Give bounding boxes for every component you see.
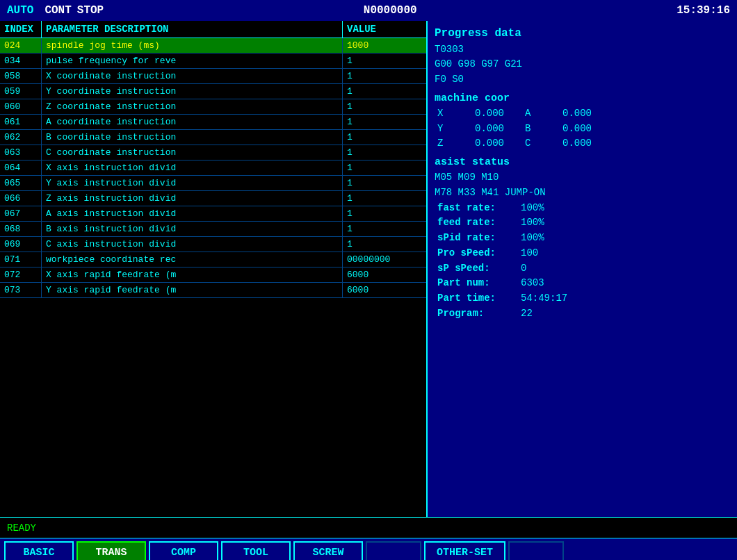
program-number: N0000000 (104, 4, 677, 17)
table-row[interactable]: 063C coordinate instruction1 (0, 145, 426, 160)
machine-coor-label: machine coor (435, 90, 730, 106)
col-value: VALUE (343, 21, 426, 38)
tab-tool[interactable]: TOOL (221, 541, 291, 561)
axis-z-label: Z (437, 136, 448, 151)
table-row[interactable]: 069C axis instruction divid1 (0, 237, 426, 252)
tab-comp[interactable]: COMP (149, 541, 218, 561)
mode-auto: AUTO (7, 4, 33, 17)
asist-row1: M05 M09 M10 (435, 170, 730, 186)
status-bar: READY (0, 517, 737, 538)
row-description: Y coordinate instruction (42, 84, 343, 99)
col-description: PARAMETER DESCRIPTION (42, 21, 343, 38)
table-row[interactable]: 024spindle jog time (ms)1000 (0, 38, 426, 53)
row-index: 062 (0, 130, 42, 145)
row-index: 060 (0, 99, 42, 114)
pro-speed-val: 100 (521, 246, 538, 261)
tab-empty-7 (508, 541, 564, 561)
progress-panel: Progress data T0303 G00 G98 G97 G21 F0 S… (428, 21, 737, 517)
tab-basic[interactable]: BASIC (4, 541, 74, 561)
table-row[interactable]: 061A coordinate instruction1 (0, 115, 426, 130)
row-index: 034 (0, 53, 42, 68)
axis-x-val: 0.000 (455, 106, 504, 122)
axis-c-label: C (525, 136, 536, 151)
tab-empty-5 (366, 541, 421, 561)
f-s-display: F0 S0 (435, 72, 730, 88)
progress-title: Progress data (435, 25, 730, 42)
tab-trans[interactable]: TRANS (76, 541, 146, 561)
tab-screw[interactable]: SCREW (293, 541, 363, 561)
row-index: 058 (0, 69, 42, 83)
fast-rate-val: 100% (521, 201, 544, 216)
sp-speed-row: sP sPeed: 0 (435, 261, 730, 277)
row-value: 1000 (343, 38, 426, 53)
program-row: Program: 22 (435, 306, 730, 322)
axis-z-val: 0.000 (455, 136, 504, 151)
table-row[interactable]: 073Y axis rapid feedrate (m6000 (0, 283, 426, 298)
row-description: A axis instruction divid (42, 206, 343, 221)
row-description: workpiece coordinate rec (42, 252, 343, 267)
row-description: X axis rapid feedrate (m (42, 267, 343, 282)
row-index: 064 (0, 160, 42, 175)
feed-rate-val: 100% (521, 215, 544, 231)
row-value: 00000000 (343, 252, 426, 267)
table-row[interactable]: 068B axis instruction divid1 (0, 222, 426, 237)
table-row[interactable]: 059Y coordinate instruction1 (0, 84, 426, 99)
row-value: 1 (343, 206, 426, 221)
table-row[interactable]: 072X axis rapid feedrate (m6000 (0, 267, 426, 283)
part-num-row: Part num: 6303 (435, 276, 730, 291)
row-index: 066 (0, 191, 42, 206)
table-row[interactable]: 067A axis instruction divid1 (0, 206, 426, 222)
row-value: 1 (343, 84, 426, 99)
row-value: 1 (343, 191, 426, 206)
table-header: INDEX PARAMETER DESCRIPTION VALUE (0, 21, 426, 38)
pro-speed-label: Pro sPeed: (437, 246, 521, 261)
row-value: 6000 (343, 267, 426, 282)
row-description: Z coordinate instruction (42, 99, 343, 114)
coord-row-yb: Y 0.000 B 0.000 (435, 122, 730, 137)
row-value: 1 (343, 237, 426, 252)
clock-time: 15:39:16 (677, 4, 730, 17)
row-description: X coordinate instruction (42, 69, 343, 83)
table-row[interactable]: 071workpiece coordinate rec00000000 (0, 252, 426, 267)
tab-bar: BASICTRANSCOMPTOOLSCREWOTHER-SET (0, 538, 737, 560)
mode-stop: STOP (77, 4, 104, 17)
row-value: 1 (343, 53, 426, 68)
table-row[interactable]: 066Z axis instruction divid1 (0, 191, 426, 206)
part-time-val: 54:49:17 (521, 291, 567, 306)
row-value: 1 (343, 99, 426, 114)
row-value: 1 (343, 69, 426, 83)
tab-other-set[interactable]: OTHER-SET (424, 541, 505, 561)
status-text: READY (7, 522, 36, 534)
table-row[interactable]: 065Y axis instruction divid1 (0, 176, 426, 191)
table-row[interactable]: 060Z coordinate instruction1 (0, 99, 426, 115)
table-row[interactable]: 058X coordinate instruction1 (0, 69, 426, 84)
row-index: 024 (0, 38, 42, 53)
row-index: 067 (0, 206, 42, 221)
part-time-label: Part time: (437, 291, 521, 306)
table-row[interactable]: 064X axis instruction divid1 (0, 160, 426, 176)
row-description: C coordinate instruction (42, 145, 343, 160)
part-time-row: Part time: 54:49:17 (435, 291, 730, 306)
part-num-val: 6303 (521, 276, 544, 291)
row-index: 071 (0, 252, 42, 267)
sp-speed-val: 0 (521, 261, 526, 277)
row-index: 068 (0, 222, 42, 236)
row-description: B axis instruction divid (42, 222, 343, 236)
table-row[interactable]: 034pulse frequency for reve1 (0, 53, 426, 69)
row-index: 069 (0, 237, 42, 252)
g-codes: G00 G98 G97 G21 (435, 57, 730, 72)
parameter-table-panel: INDEX PARAMETER DESCRIPTION VALUE 024spi… (0, 21, 428, 517)
table-row[interactable]: 062B coordinate instruction1 (0, 130, 426, 145)
asist-row2: M78 M33 M41 JUMP-ON (435, 186, 730, 201)
axis-a-label: A (525, 106, 536, 122)
coord-row-zc: Z 0.000 C 0.000 (435, 136, 730, 151)
row-value: 1 (343, 115, 426, 129)
axis-a-val: 0.000 (543, 106, 592, 122)
mode-cont: CONT (44, 4, 71, 17)
row-index: 063 (0, 145, 42, 160)
row-value: 1 (343, 222, 426, 236)
row-description: B coordinate instruction (42, 130, 343, 145)
spid-rate-row: sPid rate: 100% (435, 231, 730, 246)
feed-rate-label: feed rate: (437, 215, 521, 231)
program-label: Program: (437, 306, 521, 322)
